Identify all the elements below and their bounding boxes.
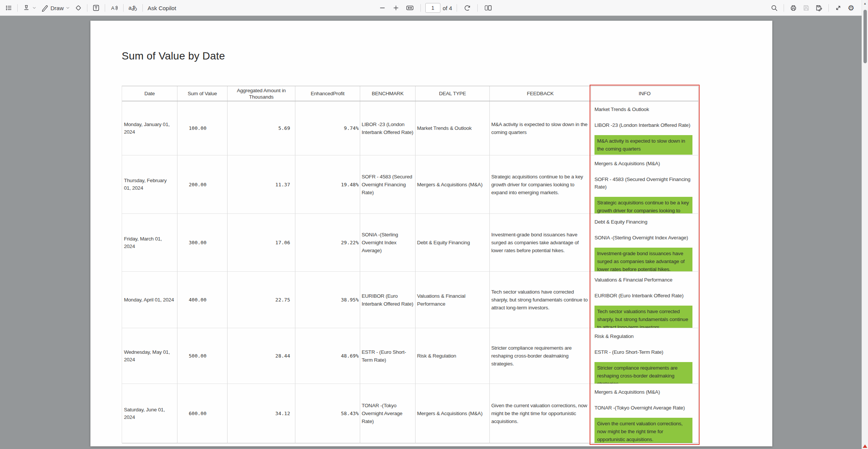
cell-benchmark: ESTR - (Euro Short-Term Rate): [360, 328, 416, 384]
info-feedback-highlight: Given the current valuation corrections,…: [594, 418, 692, 443]
cell-feedback: Tech sector valuations have corrected sh…: [490, 272, 591, 328]
toolbar-divider: [784, 4, 784, 12]
fullscreen-button[interactable]: [833, 2, 844, 14]
column-header: INFO: [591, 86, 698, 101]
minus-icon: [379, 4, 386, 12]
rotate-button[interactable]: [462, 2, 473, 14]
cell-sum-of-value: 100.00: [177, 101, 228, 155]
search-button[interactable]: [769, 2, 780, 14]
print-icon: [790, 4, 797, 12]
column-header: Sum of Value: [177, 86, 228, 101]
print-button[interactable]: [788, 2, 799, 14]
cell-feedback: Strategic acquisitions continue to be a …: [490, 155, 591, 214]
svg-text:A: A: [111, 5, 115, 11]
rotate-icon: [463, 4, 471, 12]
page-title: Sum of Value by Date: [122, 50, 225, 62]
cell-enhanced-profit: 58.43%: [295, 384, 360, 443]
scrollbar-thumb[interactable]: [863, 10, 867, 63]
cell-deal-type: Mergers & Acquisitions (M&A): [416, 384, 490, 443]
cell-enhanced-profit: 19.48%: [295, 155, 360, 214]
zoom-in-button[interactable]: [390, 2, 402, 14]
cell-date: Friday, March 01, 2024: [122, 214, 177, 272]
toolbar-divider: [420, 4, 421, 12]
toolbar-divider: [457, 4, 457, 12]
zoom-out-button[interactable]: [377, 2, 388, 14]
cell-deal-type: Market Trends & Outlook: [416, 101, 490, 155]
cell-sum-of-value: 500.00: [177, 328, 228, 384]
read-aloud-icon: A: [110, 4, 118, 12]
info-feedback-highlight: Tech sector valuations have corrected sh…: [594, 306, 692, 328]
settings-button[interactable]: ⚙: [845, 2, 857, 14]
ask-copilot-label: Ask Copilot: [148, 5, 176, 11]
cell-info: Valuations & Financial PerformanceEURIBO…: [591, 272, 698, 328]
cell-deal-type: Mergers & Acquisitions (M&A): [416, 155, 490, 214]
info-benchmark: ESTR - (Euro Short-Term Rate): [594, 349, 663, 356]
draw-button[interactable]: Draw: [39, 2, 72, 14]
save-button: [801, 2, 812, 14]
cell-sum-of-value: 600.00: [177, 384, 228, 443]
cell-enhanced-profit: 9.74%: [295, 101, 360, 155]
cell-date: Monday, April 01, 2024: [122, 272, 177, 328]
page-view-button[interactable]: [482, 2, 494, 14]
vertical-scrollbar[interactable]: ▲: [862, 0, 868, 449]
info-benchmark: SOFR - 4583 (Secured Overnight Financing…: [594, 176, 695, 191]
info-benchmark: SONIA -(Sterling Overnight Index Average…: [594, 234, 688, 242]
toolbar-center-group: of 4: [377, 0, 494, 16]
search-icon: [770, 4, 778, 12]
cell-feedback: M&A activity is expected to slow down in…: [490, 101, 591, 155]
cell-benchmark: EURIBOR (Euro Interbank Offered Rate): [360, 272, 416, 328]
erase-button[interactable]: [73, 2, 84, 14]
page-number-input[interactable]: [425, 3, 440, 13]
toolbar-divider: [142, 4, 143, 12]
cell-deal-type: Debt & Equity Financing: [416, 214, 490, 272]
translate-button[interactable]: aあ: [127, 2, 139, 14]
pdf-toolbar: Draw A: [0, 0, 868, 16]
cell-feedback: Given the current valuation corrections,…: [490, 384, 591, 443]
cell-enhanced-profit: 29.22%: [295, 214, 360, 272]
cell-info: Risk & RegulationESTR - (Euro Short-Term…: [591, 328, 698, 384]
column-header: BENCHMARK: [360, 86, 416, 101]
scroll-up-icon[interactable]: ▲: [862, 2, 868, 5]
text-box-icon: [92, 4, 100, 12]
cell-aggregated-amount: 22.75: [228, 272, 295, 328]
info-category: Mergers & Acquisitions (M&A): [594, 160, 660, 167]
cell-aggregated-amount: 34.12: [228, 384, 295, 443]
fit-to-width-button[interactable]: [404, 2, 416, 14]
chevron-down-icon: [66, 6, 70, 10]
toolbar-divider: [123, 4, 124, 12]
column-header: FEEDBACK: [490, 86, 591, 101]
save-icon: [802, 4, 810, 12]
toolbar-left-group: Draw A: [3, 0, 178, 16]
save-as-icon: [815, 4, 823, 12]
eraser-icon: [75, 4, 82, 12]
highlight-button[interactable]: [21, 2, 38, 14]
read-aloud-button[interactable]: A: [108, 2, 120, 14]
ask-copilot-button[interactable]: Ask Copilot: [146, 2, 178, 14]
cell-date: Thursday, February 01, 2024: [122, 155, 177, 214]
cell-aggregated-amount: 17.06: [228, 214, 295, 272]
cell-date: Saturday, June 01, 2024: [122, 384, 177, 443]
menu-icon: [5, 4, 12, 12]
cell-aggregated-amount: 28.44: [228, 328, 295, 384]
view-options-button[interactable]: [3, 2, 14, 14]
cell-sum-of-value: 400.00: [177, 272, 228, 328]
translate-icon: aあ: [128, 5, 138, 12]
page-view-icon: [484, 4, 492, 12]
cell-feedback: Investment-grade bond issuances have sur…: [490, 214, 591, 272]
info-category: Valuations & Financial Performance: [594, 276, 672, 284]
pdf-page: Sum of Value by Date DateSum of ValueAgg…: [90, 21, 772, 446]
plus-icon: [392, 4, 400, 12]
column-header: DEAL TYPE: [416, 86, 490, 101]
toolbar-divider: [105, 4, 105, 12]
fit-width-icon: [406, 4, 414, 12]
column-header: Date: [122, 86, 177, 101]
info-category: Market Trends & Outlook: [594, 106, 649, 113]
cell-sum-of-value: 200.00: [177, 155, 228, 214]
column-header: EnhancedProfit: [295, 86, 360, 101]
data-table: DateSum of ValueAggregated Amount in Tho…: [122, 86, 698, 443]
save-as-button[interactable]: [813, 2, 825, 14]
cell-info: Debt & Equity FinancingSONIA -(Sterling …: [591, 214, 698, 272]
cell-benchmark: LIBOR -23 (London Interbank Offered Rate…: [360, 101, 416, 155]
cell-enhanced-profit: 38.95%: [295, 272, 360, 328]
add-text-button[interactable]: [90, 2, 102, 14]
